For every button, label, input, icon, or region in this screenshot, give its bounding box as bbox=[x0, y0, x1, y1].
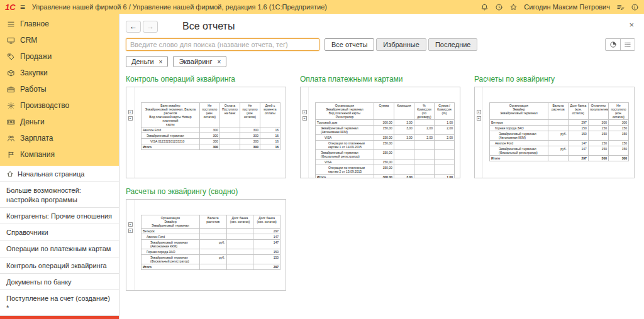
open-window-item[interactable]: Контроль операций эквайринга bbox=[0, 257, 119, 274]
grouping-strip bbox=[301, 87, 309, 178]
preview-cell: 2,00 bbox=[414, 135, 435, 141]
open-window-item[interactable]: Контрагенты: Прочие отношения bbox=[0, 208, 119, 224]
preview-cell bbox=[414, 150, 435, 160]
preview-cell bbox=[227, 234, 254, 240]
preview-cell bbox=[394, 141, 414, 150]
preview-cell bbox=[227, 264, 254, 270]
favorites-star-icon[interactable] bbox=[509, 3, 518, 11]
open-window-label: Больше возможностей: настройка программы bbox=[6, 186, 113, 204]
remove-tag-icon[interactable]: × bbox=[217, 58, 221, 65]
search-input[interactable] bbox=[126, 38, 319, 51]
sidebar-section-item[interactable]: Зарплата bbox=[0, 130, 119, 146]
open-window-item[interactable]: Поступление на счет (создание) * bbox=[0, 290, 119, 316]
report-preview[interactable]: Банк-эквайер Эквайринговый терминал, Вал… bbox=[126, 87, 286, 178]
preview-row-cells: 147150150 bbox=[548, 141, 629, 146]
open-window-item[interactable]: Больше возможностей: настройка программы bbox=[0, 182, 119, 208]
preview-cell bbox=[435, 165, 455, 175]
preview-row-label: Горная порода ЗАО bbox=[142, 249, 200, 255]
open-window-label: Поступление на счет (создание) * bbox=[6, 294, 113, 312]
preview-cell: 300 bbox=[609, 120, 629, 126]
filter-tab[interactable]: Все отчеты bbox=[325, 38, 374, 51]
report-preview[interactable]: Организация Эквайер Эквайринговый термин… bbox=[126, 199, 286, 291]
section-icon-glyph bbox=[8, 22, 14, 26]
tag-label: Эквайринг bbox=[179, 58, 212, 65]
report-title-link[interactable]: Оплата платежными картами bbox=[300, 75, 460, 84]
preview-header-cell: Долг банка (кон. остаток) bbox=[569, 103, 589, 120]
preview-cell: 300 bbox=[589, 156, 609, 161]
sidebar-section-item[interactable]: Продажи bbox=[0, 48, 119, 65]
sidebar-section-item[interactable]: Производство bbox=[0, 97, 119, 114]
report-title-link[interactable]: Расчеты по эквайрингу (сводно) bbox=[126, 187, 286, 196]
report-card: Расчеты по эквайрингу (сводно) Организац… bbox=[126, 187, 286, 291]
preview-row-cells: руб.147 bbox=[200, 240, 280, 249]
filter-tab[interactable]: Избранные bbox=[376, 38, 426, 51]
sidebar-section-item[interactable]: CRM bbox=[0, 32, 119, 48]
preview-row: Горная порода ЗАО 150150150 bbox=[490, 126, 629, 131]
expand-group-icon bbox=[128, 222, 133, 227]
section-icon-glyph bbox=[9, 152, 13, 158]
production-icon bbox=[7, 102, 15, 110]
open-window-item[interactable]: Документы по банку bbox=[0, 274, 119, 290]
preview-row-label: Операции по платежным картам 2 от 15.09.… bbox=[316, 165, 374, 175]
grouped-view-button[interactable] bbox=[606, 39, 620, 50]
purchases-icon bbox=[7, 69, 15, 77]
close-icon[interactable]: × bbox=[629, 20, 634, 30]
crm-icon bbox=[7, 36, 15, 45]
filter-tab[interactable]: Последние bbox=[428, 38, 478, 51]
open-window-item[interactable]: Начальная страница bbox=[0, 166, 119, 182]
sidebar-section-item[interactable]: Главное bbox=[0, 16, 119, 32]
1c-logo: 1С bbox=[5, 3, 16, 11]
forward-button[interactable]: → bbox=[143, 21, 158, 33]
preview-row-cells: 297300300 bbox=[548, 120, 629, 126]
sidebar-section-item[interactable]: Закупки bbox=[0, 65, 119, 81]
titlebar-actions: Сигодин Максим Петрович bbox=[480, 3, 639, 11]
remove-tag-icon[interactable]: × bbox=[159, 58, 163, 65]
preview-header-row: Организация Эквайринговый терминал Вид п… bbox=[316, 103, 455, 120]
report-preview[interactable]: Организация Эквайер Эквайринговый термин… bbox=[474, 87, 635, 178]
preview-row: Итого 297 bbox=[142, 264, 280, 270]
sidebar-section-item[interactable]: Деньги bbox=[0, 114, 119, 130]
preview-cell: 3,00 bbox=[394, 175, 414, 178]
preview-table: Организация Эквайринговый терминал Вид п… bbox=[315, 102, 455, 178]
preview-header-cell: Оплата Поступило на банк bbox=[220, 103, 240, 127]
tag-chip[interactable]: Эквайринг × bbox=[173, 56, 226, 67]
preview-cell: 300 bbox=[200, 144, 220, 150]
sidebar-section-label: Главное bbox=[20, 19, 49, 28]
money-icon bbox=[7, 118, 15, 126]
report-title-link[interactable]: Расчеты по эквайрингу bbox=[474, 75, 635, 84]
preview-cell: 300 bbox=[200, 139, 220, 144]
preview-row: Ветерок 297300300 bbox=[490, 120, 629, 126]
back-button[interactable]: ← bbox=[126, 21, 141, 33]
preview-cell bbox=[414, 175, 435, 178]
report-title-link[interactable]: Контроль операций эквайринга bbox=[126, 75, 286, 84]
preview-cell: 150 bbox=[609, 141, 629, 146]
list-view-button[interactable] bbox=[620, 39, 635, 50]
preview-header-cell: Организация Эквайер Эквайринговый термин… bbox=[142, 215, 200, 229]
open-window-item[interactable]: Операции по платежным картам bbox=[0, 241, 119, 257]
preview-row-cells: 150,003,002,002,00 bbox=[374, 126, 455, 135]
preview-table-wrap: Организация Эквайринговый терминал Вид п… bbox=[309, 87, 460, 178]
tag-chip[interactable]: Деньги × bbox=[126, 56, 168, 67]
section-icon-glyph bbox=[8, 54, 14, 60]
preview-header-cell: Валюта расчетов bbox=[200, 215, 227, 229]
sidebar-section-item[interactable]: Работы bbox=[0, 81, 119, 97]
notifications-bell-icon[interactable] bbox=[480, 3, 489, 11]
preview-cell: 300 bbox=[240, 127, 260, 133]
info-icon[interactable] bbox=[631, 3, 639, 11]
preview-cell: 150 bbox=[609, 146, 629, 156]
main-menu-icon[interactable]: ≡ bbox=[20, 3, 25, 11]
panel-settings-icon[interactable] bbox=[616, 3, 625, 11]
sidebar-section-item[interactable]: Компания bbox=[0, 146, 119, 163]
taskbar-strip bbox=[0, 316, 119, 319]
sidebar-section-label: Зарплата bbox=[20, 134, 53, 143]
preview-cell bbox=[548, 156, 569, 161]
sidebar-section-label: CRM bbox=[20, 36, 37, 45]
history-icon[interactable] bbox=[495, 3, 503, 11]
preview-row: VISA 150,003,002,002,00 bbox=[316, 135, 455, 141]
sidebar-section-label: Продажи bbox=[20, 52, 52, 61]
preview-row-label: Итого bbox=[316, 175, 374, 178]
open-window-item[interactable]: Справочники bbox=[0, 224, 119, 241]
current-user[interactable]: Сигодин Максим Петрович bbox=[524, 3, 610, 11]
sidebar-section-label: Работы bbox=[20, 85, 47, 94]
report-preview[interactable]: Организация Эквайринговый терминал Вид п… bbox=[300, 87, 460, 178]
